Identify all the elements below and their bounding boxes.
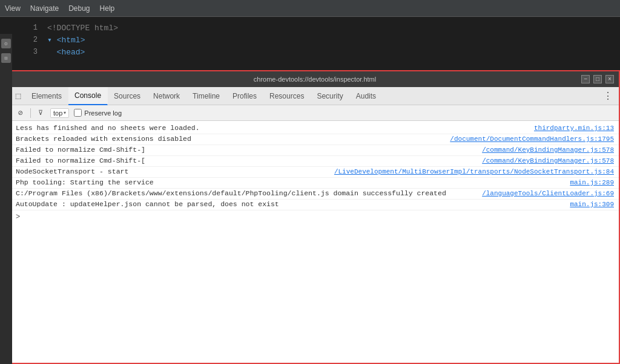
console-message: Failed to normalize Cmd-Shift-[ <box>16 157 477 164</box>
tab-resources[interactable]: Resources <box>263 87 311 105</box>
editor-line: 2 ▾ <html> <box>12 34 620 46</box>
sidebar-icons: ⚙ ⊞ <box>0 34 12 364</box>
menu-debug[interactable]: Debug <box>68 4 90 13</box>
editor-content: 1 <!DOCTYPE html> 2 ▾ <html> 3 <head> <box>12 17 620 63</box>
tab-security[interactable]: Security <box>311 87 349 105</box>
console-source[interactable]: main.js:309 <box>570 201 614 208</box>
console-message: NodeSocketTransport - start <box>16 167 329 175</box>
console-source[interactable]: /command/KeyBindingManager.js:578 <box>482 146 614 154</box>
tab-console[interactable]: Console <box>68 87 108 105</box>
devtools-title: chrome-devtools://devtools/inspector.htm… <box>254 76 376 83</box>
tab-audits[interactable]: Audits <box>350 87 383 105</box>
console-entry-3: Failed to normalize Cmd-Shift-] /command… <box>11 145 619 156</box>
console-entry-2: Brackets reloaded with extensions disabl… <box>11 134 619 145</box>
console-entry-1: Less has finished and no sheets were loa… <box>11 123 619 134</box>
console-entry-5: NodeSocketTransport - start /LiveDevelop… <box>11 167 619 178</box>
menu-navigate[interactable]: Navigate <box>30 4 59 13</box>
devtools-tabbar: ⬚ Elements Console Sources Network Timel… <box>11 87 619 105</box>
editor-line: 3 <head> <box>12 46 620 58</box>
tab-profiles[interactable]: Profiles <box>226 87 263 105</box>
tab-elements[interactable]: Elements <box>25 87 68 105</box>
console-source[interactable]: /LiveDevelopment/MultiBrowserImpl/transp… <box>334 168 614 175</box>
minimize-button[interactable]: − <box>581 75 590 83</box>
tab-sources[interactable]: Sources <box>108 87 147 105</box>
console-toolbar: ⊘ ⊽ top ▾ Preserve log <box>11 105 619 121</box>
tab-network[interactable]: Network <box>147 87 186 105</box>
editor-area: ⚙ ⊞ 1 <!DOCTYPE html> 2 ▾ <html> 3 <head… <box>0 17 620 364</box>
menu-view[interactable]: View <box>5 4 21 13</box>
settings-icon[interactable]: ⚙ <box>1 39 11 48</box>
more-tabs-button[interactable]: ⋮ <box>601 90 615 102</box>
console-entry-8: AutoUpdate : updateHelper.json cannot be… <box>11 200 619 210</box>
console-source[interactable]: /languageTools/ClientLoader.js:69 <box>482 190 614 197</box>
console-source[interactable]: /command/KeyBindingManager.js:578 <box>482 157 614 164</box>
devtools-panel: chrome-devtools://devtools/inspector.htm… <box>10 70 620 364</box>
restore-button[interactable]: □ <box>593 75 602 83</box>
console-message: Php tooling: Starting the service <box>16 178 565 186</box>
window-controls: − □ × <box>581 75 614 83</box>
clear-console-icon[interactable]: ⊘ <box>16 108 25 118</box>
editor-line: 1 <!DOCTYPE html> <box>12 22 620 34</box>
inspect-icon[interactable]: ⬚ <box>13 91 23 101</box>
tab-timeline[interactable]: Timeline <box>186 87 226 105</box>
context-dropdown[interactable]: top ▾ <box>50 108 69 118</box>
console-source[interactable]: main.js:289 <box>570 179 614 186</box>
console-message: C:/Program Files (x86)/Brackets/www/exte… <box>16 189 477 197</box>
console-source[interactable]: /document/DocumentCommandHandlers.js:179… <box>450 135 614 143</box>
split-icon[interactable]: ⊞ <box>1 53 11 63</box>
console-entry-6: Php tooling: Starting the service main.j… <box>11 178 619 189</box>
menu-bar: View Navigate Debug Help <box>0 0 620 17</box>
filter-icon[interactable]: ⊽ <box>36 108 45 118</box>
console-prompt[interactable]: > <box>11 210 619 224</box>
console-message: Less has finished and no sheets were loa… <box>16 124 529 132</box>
console-entry-4: Failed to normalize Cmd-Shift-[ /command… <box>11 156 619 167</box>
close-button[interactable]: × <box>605 75 614 83</box>
dropdown-arrow-icon: ▾ <box>64 110 66 115</box>
menu-help[interactable]: Help <box>100 4 115 13</box>
console-output[interactable]: Less has finished and no sheets were loa… <box>11 121 619 363</box>
devtools-titlebar: chrome-devtools://devtools/inspector.htm… <box>11 71 619 87</box>
console-source[interactable]: thirdparty.min.js:13 <box>534 125 614 132</box>
preserve-log-checkbox[interactable] <box>74 109 82 117</box>
toolbar-separator <box>30 108 31 118</box>
console-message: Brackets reloaded with extensions disabl… <box>16 135 445 143</box>
prompt-arrow-icon: > <box>16 213 20 221</box>
console-entry-7: C:/Program Files (x86)/Brackets/www/exte… <box>11 189 619 200</box>
console-message: AutoUpdate : updateHelper.json cannot be… <box>16 200 565 208</box>
preserve-log-checkbox-container[interactable]: Preserve log <box>74 109 122 117</box>
console-message: Failed to normalize Cmd-Shift-] <box>16 146 477 154</box>
